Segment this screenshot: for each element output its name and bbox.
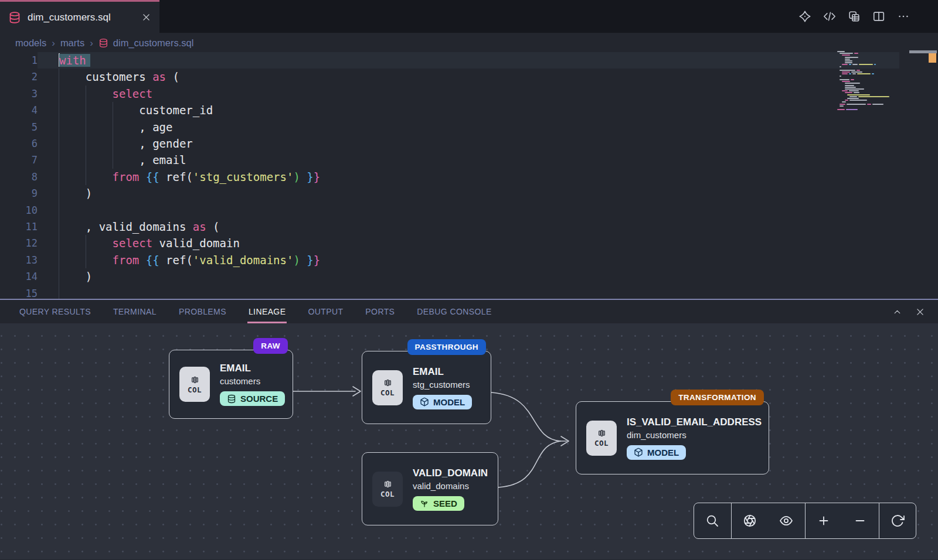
lineage-canvas[interactable]: RAWCOLEMAILcustomersSOURCEPASSTHROUGHCOL… [0,323,938,559]
code-line: from {{ ref('stg_customers') }} [59,169,320,185]
line-number: 12 [0,235,38,251]
panel-tab-output[interactable]: OUTPUT [308,300,343,323]
line-number: 1 [0,52,38,69]
minimap-line [842,81,849,82]
lineage-toolbar [694,503,916,539]
panel-collapse-icon[interactable] [892,307,902,317]
minimap-line [845,87,857,88]
selection-highlight: with [59,54,90,67]
line-number: 2 [0,69,38,85]
column-chip: COL [372,370,403,405]
code-line: with [59,52,320,69]
more-actions-icon[interactable] [897,10,910,23]
breadcrumb-file[interactable]: dim_customers.sql [98,37,194,49]
node-column-name: IS_VALID_EMAIL_ADDRESS [627,416,762,428]
column-chip: COL [586,421,617,456]
code-line: , email [59,152,320,168]
minimap-line [845,59,851,60]
minimap-line [849,96,889,97]
minimap-line [845,85,855,86]
minimap-line [840,105,844,107]
column-chip-label: COL [380,388,395,397]
code-line: customers as ( [59,69,320,85]
lineage-node-dim_customers[interactable]: TRANSFORMATIONCOLIS_VALID_EMAIL_ADDRESSd… [576,401,769,474]
panel-close-icon[interactable] [915,307,925,317]
tab-close-icon[interactable] [141,12,151,22]
minimap-line [847,98,859,99]
minimap-line [837,51,845,52]
node-kind-badge-model: MODEL [413,395,472,409]
minimap-line [845,62,852,63]
node-column-name: VALID_DOMAIN [413,467,488,479]
minimap-line [840,70,860,71]
node-model-name: valid_domains [413,481,488,491]
line-number: 5 [0,119,38,135]
minimap-line [845,92,859,93]
minimap-line [840,79,854,80]
panel-tab-query-results[interactable]: QUERY RESULTS [19,300,91,323]
panel-tab-ports[interactable]: PORTS [365,300,395,323]
lineage-node-stg_customers[interactable]: PASSTHROUGHCOLEMAILstg_customersMODEL [362,351,491,424]
node-column-name: EMAIL [220,363,285,374]
column-chip: COL [179,367,210,402]
code-content[interactable]: with customers as ( select customer_id ,… [59,52,320,302]
line-number: 9 [0,185,38,202]
refresh-button[interactable] [879,503,916,538]
lineage-node-valid_domains[interactable]: COLVALID_DOMAINvalid_domainsSEED [362,452,498,525]
panel-actions [892,300,938,323]
column-tag-badge: RAW [253,338,288,354]
search-button[interactable] [694,503,732,538]
node-model-name: stg_customers [413,380,472,390]
copy-table-icon[interactable] [848,10,861,23]
code-line: customer_id [59,102,320,118]
minimap-line [840,66,841,67]
zoom-in-button[interactable] [806,503,842,538]
column-chip-label: COL [594,439,609,448]
panel-tab-bar: QUERY RESULTSTERMINALPROBLEMSLINEAGEOUTP… [0,299,938,323]
minimap-line [842,71,862,73]
lineage-node-customers[interactable]: RAWCOLEMAILcustomersSOURCE [169,350,293,419]
minimap-line [845,60,852,62]
code-line: ) [59,268,320,285]
code-editor[interactable]: 123456789101112131415 with customers as … [0,53,938,299]
node-kind-badge-seed: SEED [413,496,464,511]
line-number: 13 [0,252,38,268]
breadcrumb-item[interactable]: marts [60,37,84,49]
minimap-line [840,53,858,54]
panel-tab-debug-console[interactable]: DEBUG CONSOLE [417,300,491,323]
visibility-button[interactable] [768,503,806,538]
minimap-line [845,100,867,101]
tab-dim-customers-sql[interactable]: dim_customers.sql [0,0,159,33]
code-icon[interactable] [823,10,836,23]
dbt-logo-icon[interactable] [798,10,811,23]
minimap-line [840,104,883,105]
minimap-line [842,54,849,56]
breadcrumb-separator: › [90,37,93,49]
minimap-line [845,88,864,90]
breadcrumb: models›marts›dim_customers.sql [0,33,938,53]
line-number: 11 [0,218,38,235]
panel-tab-terminal[interactable]: TERMINAL [113,300,157,323]
zoom-out-button[interactable] [842,503,879,538]
line-number: 10 [0,202,38,218]
breadcrumb-item[interactable]: models [15,37,46,49]
column-tag-badge: PASSTHROUGH [407,339,486,355]
overview-ruler[interactable] [908,50,938,116]
panel-tab-problems[interactable]: PROBLEMS [179,300,226,323]
database-file-icon [8,11,21,24]
code-line: from {{ ref('valid_domains') }} [59,252,320,268]
column-chip-label: COL [380,490,395,498]
minimap-line [842,90,858,91]
code-line: select [59,86,320,102]
minimap-line [842,73,874,74]
minimap-line [847,94,871,95]
panel-tab-lineage[interactable]: LINEAGE [249,300,286,323]
code-line: , valid_domains as ( [59,218,320,235]
editor-actions [798,0,938,33]
minimap[interactable] [835,51,900,113]
app-window: dim_customers.sql models›marts›dim_custo… [0,0,938,559]
node-column-name: EMAIL [413,366,472,378]
aperture-button[interactable] [732,503,769,538]
column-chip-label: COL [188,385,202,394]
split-editor-icon[interactable] [872,10,885,23]
